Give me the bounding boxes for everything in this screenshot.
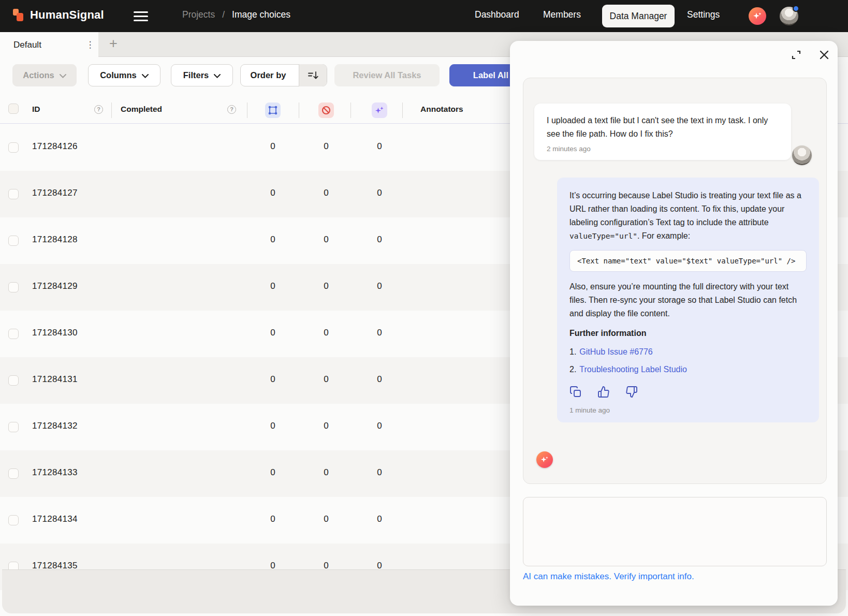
column-header-id[interactable]: ID (32, 105, 40, 114)
app: Actions Columns Filters Order by Review … (0, 0, 848, 616)
count-value: 0 (267, 188, 279, 198)
columns-button[interactable]: Columns (88, 64, 160, 86)
column-header-annotators[interactable]: Annotators (420, 105, 463, 114)
user-message-text: I uploaded a text file but I can't see t… (547, 114, 779, 141)
count-value: 0 (373, 421, 386, 431)
task-id: 171284127 (32, 188, 78, 198)
count-value: 0 (267, 374, 279, 385)
count-value: 0 (267, 141, 279, 152)
row-checkbox[interactable] (8, 468, 19, 479)
chat-input[interactable] (523, 497, 827, 566)
thumbs-down-icon[interactable] (625, 386, 638, 398)
row-checkbox[interactable] (8, 375, 19, 386)
nav-item-dashboard[interactable]: Dashboard (475, 9, 519, 20)
column-divider[interactable] (299, 102, 299, 118)
count-value: 0 (267, 328, 279, 338)
inline-code: valueType="url" (569, 232, 637, 240)
count-value: 0 (267, 234, 279, 245)
copy-icon[interactable] (569, 386, 582, 398)
chevron-down-icon (142, 74, 149, 78)
sparkles-icon (540, 455, 549, 464)
task-id: 171284126 (32, 141, 78, 152)
list-item: 2.Troubleshooting Label Studio (569, 361, 807, 378)
ai-message-paragraph-1: It’s occurring because Label Studio is t… (569, 189, 807, 243)
menu-icon[interactable] (134, 9, 148, 23)
add-tab-button[interactable]: + (106, 36, 121, 52)
thumbs-up-icon[interactable] (597, 386, 610, 398)
row-checkbox[interactable] (8, 142, 19, 153)
count-value: 0 (320, 421, 332, 431)
count-value: 0 (320, 328, 332, 338)
column-divider[interactable] (350, 102, 351, 118)
sort-direction-icon[interactable] (299, 64, 327, 86)
column-divider[interactable] (247, 102, 247, 118)
count-value: 0 (373, 467, 386, 478)
nav-item-data-manager[interactable]: Data Manager (602, 5, 675, 27)
ai-message-paragraph-2: Also, ensure you’re mounting the full di… (569, 280, 807, 320)
annotations-column-icon[interactable] (265, 102, 281, 118)
expand-icon[interactable] (790, 49, 802, 61)
count-value: 0 (373, 188, 386, 198)
nav-item-members[interactable]: Members (543, 9, 581, 20)
column-divider[interactable] (402, 102, 403, 118)
completed-help-icon[interactable]: ? (227, 105, 236, 114)
id-help-icon[interactable]: ? (94, 105, 103, 114)
order-by-button[interactable]: Order by (240, 64, 327, 86)
predictions-column-icon[interactable] (372, 102, 387, 118)
row-checkbox[interactable] (8, 422, 19, 432)
brand[interactable]: HumanSignal (12, 7, 104, 23)
row-checkbox[interactable] (8, 236, 19, 246)
github-issue-link[interactable]: GitHub Issue #6776 (579, 347, 652, 356)
ai-message-bubble: It’s occurring because Label Studio is t… (557, 178, 819, 422)
filters-button[interactable]: Filters (171, 64, 233, 86)
sparkles-icon (752, 11, 763, 21)
humansignal-logo-icon (12, 7, 25, 23)
count-value: 0 (373, 281, 386, 291)
row-checkbox[interactable] (8, 189, 19, 199)
order-by-label: Order by (243, 70, 294, 80)
cancelled-annotations-column-icon[interactable] (318, 102, 334, 118)
row-checkbox[interactable] (8, 329, 19, 339)
select-all-checkbox[interactable] (8, 104, 19, 114)
ai-disclaimer-link[interactable]: AI can make mistakes. Verify important i… (523, 571, 694, 582)
count-value: 0 (373, 234, 386, 245)
breadcrumb-current: Image choices (232, 9, 290, 20)
actions-button[interactable]: Actions (12, 64, 77, 86)
code-block[interactable]: <Text name="text" value="$text" valueTyp… (569, 250, 807, 272)
feedback-row (569, 386, 807, 398)
further-information-heading: Further information (569, 329, 807, 338)
column-divider[interactable] (111, 102, 112, 118)
row-checkbox[interactable] (8, 282, 19, 292)
count-value: 0 (373, 328, 386, 338)
breadcrumb-projects[interactable]: Projects (182, 9, 215, 20)
tab-default-label: Default (13, 40, 41, 50)
count-value: 0 (267, 467, 279, 478)
columns-label: Columns (100, 70, 137, 80)
filters-label: Filters (183, 70, 209, 80)
ai-message-time: 1 minute ago (569, 406, 807, 414)
ai-avatar (536, 451, 553, 468)
count-value: 0 (320, 467, 332, 478)
count-value: 0 (320, 141, 332, 152)
task-id: 171284130 (32, 328, 78, 338)
breadcrumb: Projects / Image choices (182, 9, 290, 20)
count-value: 0 (373, 374, 386, 385)
tab-default[interactable]: Default ⋮ (0, 32, 98, 57)
task-id: 171284133 (32, 467, 78, 478)
tab-options-icon[interactable]: ⋮ (84, 38, 96, 51)
count-value: 0 (320, 514, 332, 524)
row-checkbox[interactable] (8, 515, 19, 525)
count-value: 0 (320, 234, 332, 245)
list-item: 1.GitHub Issue #6776 (569, 343, 807, 361)
close-icon[interactable] (818, 49, 830, 61)
ai-assistant-button[interactable] (749, 7, 766, 25)
column-header-completed[interactable]: Completed (121, 105, 162, 114)
user-message-avatar (792, 145, 812, 165)
review-all-tasks-button[interactable]: Review All Tasks (334, 64, 440, 86)
count-value: 0 (320, 188, 332, 198)
task-id: 171284134 (32, 514, 78, 524)
troubleshooting-link[interactable]: Troubleshooting Label Studio (579, 365, 687, 374)
nav-item-settings[interactable]: Settings (687, 9, 720, 20)
user-avatar[interactable] (780, 7, 798, 25)
count-value: 0 (373, 141, 386, 152)
